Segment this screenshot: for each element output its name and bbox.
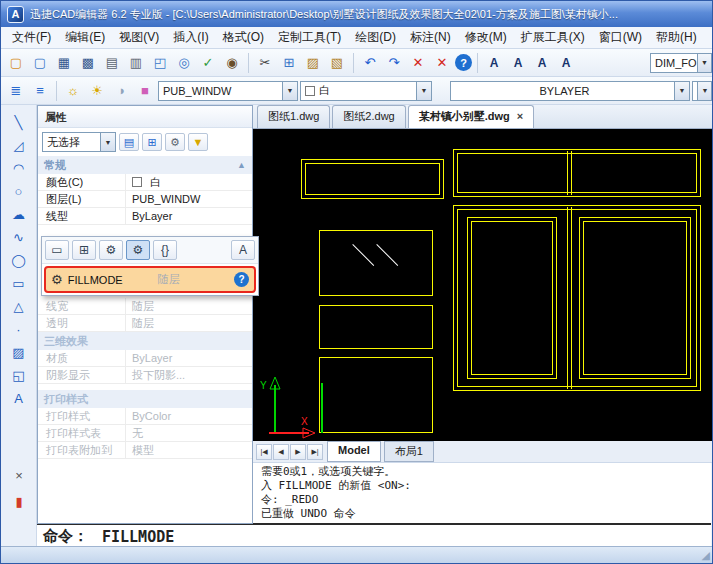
add-property-icon[interactable]: ⊞: [72, 240, 96, 260]
draw-line-tool[interactable]: ╲: [7, 111, 31, 133]
mtext-tool[interactable]: A: [7, 387, 31, 409]
document-tab[interactable]: 图纸2.dwg: [332, 105, 405, 128]
titlebar[interactable]: A 迅捷CAD编辑器 6.2 专业版 - [C:\Users\Administr…: [1, 1, 712, 27]
find-file-button[interactable]: ◎: [173, 52, 195, 74]
draw-revcloud-tool[interactable]: ☁: [7, 203, 31, 225]
command-input-line[interactable]: 命令： FILLMODE: [37, 523, 711, 548]
color-combo[interactable]: 白 ▼: [300, 81, 432, 101]
close-command-window-button[interactable]: ×: [7, 464, 31, 486]
draw-rectangle-tool[interactable]: ▭: [7, 272, 31, 294]
resize-grip-icon[interactable]: ◢: [702, 549, 710, 562]
menu-edit[interactable]: 编辑(E): [58, 27, 112, 48]
draw-spline-tool[interactable]: ∿: [7, 226, 31, 248]
save-all-button[interactable]: ▩: [77, 52, 99, 74]
new-file-button[interactable]: ▢: [5, 52, 27, 74]
text-style-button[interactable]: A: [483, 52, 505, 74]
add-selection-icon[interactable]: ⊞: [142, 133, 162, 151]
gear-active-icon[interactable]: ⚙: [126, 240, 150, 260]
paste-button[interactable]: ▨: [302, 52, 324, 74]
menu-draw[interactable]: 绘图(D): [348, 27, 403, 48]
prev-layout-button[interactable]: ◀: [273, 444, 289, 460]
save-button[interactable]: ▦: [53, 52, 75, 74]
page-setup-button[interactable]: ◰: [149, 52, 171, 74]
document-tab[interactable]: 图纸1.dwg: [257, 105, 330, 128]
menu-format[interactable]: 格式(O): [216, 27, 271, 48]
next-layout-button[interactable]: ▶: [290, 444, 306, 460]
quick-filter-icon[interactable]: ▼: [188, 133, 208, 151]
window-select-icon[interactable]: ▭: [45, 240, 69, 260]
lineweight-combo[interactable]: ▼: [692, 81, 712, 101]
text-style-icon[interactable]: A: [231, 240, 255, 260]
print-button[interactable]: ▤: [101, 52, 123, 74]
model-tab[interactable]: Model: [327, 441, 381, 462]
menu-help[interactable]: 帮助(H): [649, 27, 704, 48]
menu-view[interactable]: 视图(V): [112, 27, 166, 48]
settings-gear-icon[interactable]: ⚙: [165, 133, 185, 151]
draw-polygon-tool[interactable]: △: [7, 295, 31, 317]
layer-color-button[interactable]: ■: [134, 80, 156, 102]
undo-button[interactable]: ↶: [359, 52, 381, 74]
menu-window[interactable]: 窗口(W): [592, 27, 649, 48]
selection-combo[interactable]: 无选择 ▼: [42, 132, 116, 152]
draw-polyline-tool[interactable]: ◿: [7, 134, 31, 156]
draw-arc-tool[interactable]: ◠: [7, 157, 31, 179]
document-tab[interactable]: 某村镇小别墅.dwg×: [408, 105, 535, 128]
section-general[interactable]: 常规 ▲: [38, 156, 252, 174]
find-button[interactable]: ◉: [221, 52, 243, 74]
redo-button[interactable]: ↷: [383, 52, 405, 74]
cancel-button[interactable]: ✕: [431, 52, 453, 74]
close-tab-icon[interactable]: ×: [517, 112, 523, 121]
layer-sun-button[interactable]: ☀: [86, 80, 108, 102]
layout1-tab[interactable]: 布局1: [384, 441, 434, 462]
menu-express-tools[interactable]: 扩展工具(X): [514, 27, 592, 48]
draw-ellipse-tool[interactable]: ◯: [7, 249, 31, 271]
last-layout-button[interactable]: ▶|: [307, 444, 323, 460]
edit-properties-icon[interactable]: ▤: [119, 133, 139, 151]
selection-combo-value: 无选择: [47, 135, 80, 150]
chevron-down-icon[interactable]: ▼: [697, 54, 712, 72]
multiline-text-button[interactable]: A: [531, 52, 553, 74]
command-window-button[interactable]: ▮: [7, 490, 31, 512]
spell-check-button[interactable]: ✓: [197, 52, 219, 74]
gear-icon[interactable]: ⚙: [99, 240, 123, 260]
collapse-arrow-icon[interactable]: ▲: [237, 160, 246, 170]
chevron-down-icon[interactable]: ▼: [100, 133, 115, 151]
annotation-style-button[interactable]: A: [555, 52, 577, 74]
new-template-button[interactable]: ▢: [29, 52, 51, 74]
chevron-down-icon[interactable]: ▼: [416, 82, 431, 100]
layer-properties-button[interactable]: ≣: [5, 80, 27, 102]
region-tool[interactable]: ◱: [7, 364, 31, 386]
paste-special-button[interactable]: ▧: [326, 52, 348, 74]
single-text-button[interactable]: A: [507, 52, 529, 74]
layer-on-off-button[interactable]: ☼: [62, 80, 84, 102]
cut-button[interactable]: ✂: [254, 52, 276, 74]
dim-style-combo[interactable]: DIM_FO ▼: [650, 53, 712, 73]
menu-file[interactable]: 文件(F): [5, 27, 58, 48]
property-row-linetype[interactable]: 线型 ByLayer: [38, 208, 252, 225]
menu-dimension[interactable]: 标注(N): [403, 27, 458, 48]
draw-circle-tool[interactable]: ○: [7, 180, 31, 202]
layer-combo[interactable]: PUB_WINDW ▼: [158, 81, 298, 101]
erase-button[interactable]: ✕: [407, 52, 429, 74]
help-button[interactable]: ?: [455, 54, 472, 71]
layer-manager-button[interactable]: ≡: [29, 80, 51, 102]
drawing-canvas[interactable]: Y X: [253, 129, 713, 441]
chevron-down-icon[interactable]: ▼: [697, 82, 712, 100]
draw-point-tool[interactable]: ·: [7, 318, 31, 340]
chevron-down-icon[interactable]: ▼: [282, 82, 297, 100]
menu-modify[interactable]: 修改(M): [458, 27, 514, 48]
first-layout-button[interactable]: |◀: [256, 444, 272, 460]
property-row-layer[interactable]: 图层(L) PUB_WINDW: [38, 191, 252, 208]
braces-icon[interactable]: {}: [153, 240, 177, 260]
property-row-color[interactable]: 颜色(C) 白: [38, 174, 252, 191]
chevron-down-icon[interactable]: ▼: [674, 82, 689, 100]
fillmode-highlight-row[interactable]: ⚙ FILLMODE 随层 ?: [44, 266, 256, 293]
menu-insert[interactable]: 插入(I): [166, 27, 215, 48]
print-preview-button[interactable]: ▥: [125, 52, 147, 74]
help-icon[interactable]: ?: [234, 272, 249, 287]
menu-custom-tools[interactable]: 定制工具(T): [271, 27, 348, 48]
linetype-combo[interactable]: BYLAYER ▼: [450, 81, 690, 101]
hatch-tool[interactable]: ▨: [7, 341, 31, 363]
copy-button[interactable]: ⊞: [278, 52, 300, 74]
layer-freeze-button[interactable]: ◑: [110, 80, 132, 102]
